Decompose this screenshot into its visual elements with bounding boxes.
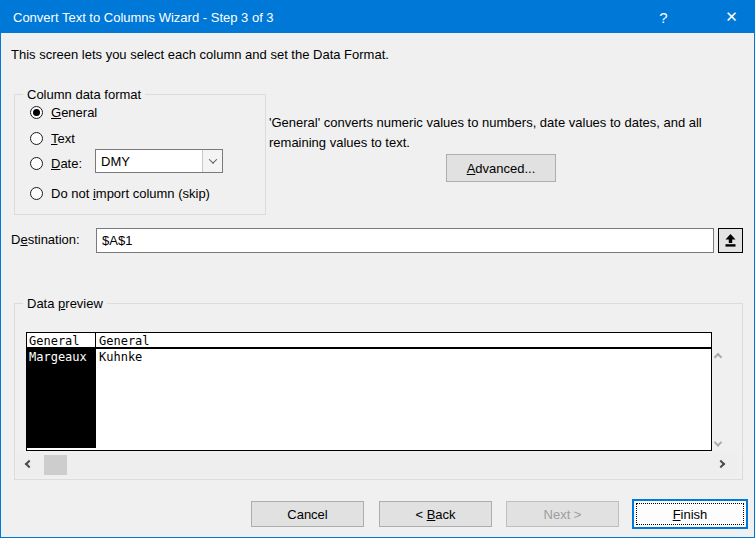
scroll-left-icon[interactable] — [25, 460, 33, 468]
column-data-format-group: Column data format General Text Date: DM… — [14, 94, 266, 215]
next-button: Next > — [506, 501, 619, 527]
date-format-dropdown[interactable]: DMY — [95, 149, 223, 173]
finish-button[interactable]: Finish — [632, 499, 748, 529]
radio-general[interactable]: General — [30, 105, 97, 120]
radio-button-icon[interactable] — [30, 132, 43, 145]
info-line-1: 'General' converts numeric values to num… — [269, 113, 747, 133]
scrollbar-thumb[interactable] — [44, 455, 67, 475]
radio-skip-label: Do not import column (skip) — [51, 186, 210, 201]
back-button-label: < Back — [415, 507, 455, 522]
range-selector-icon — [723, 233, 738, 248]
info-line-2: remaining values to text. — [269, 133, 747, 153]
scroll-right-icon[interactable] — [717, 460, 725, 468]
radio-date[interactable]: Date: — [30, 156, 82, 171]
close-button[interactable]: ✕ — [709, 1, 754, 33]
text-to-columns-wizard-dialog: Convert Text to Columns Wizard - Step 3 … — [0, 0, 755, 538]
dialog-title: Convert Text to Columns Wizard - Step 3 … — [13, 10, 274, 25]
dialog-description: This screen lets you select each column … — [11, 47, 389, 62]
help-icon: ? — [659, 9, 667, 26]
cancel-button[interactable]: Cancel — [251, 501, 364, 527]
help-button[interactable]: ? — [641, 1, 686, 33]
destination-input[interactable] — [96, 228, 714, 253]
destination-label: Destination: — [11, 232, 80, 247]
preview-header-row: General General — [27, 333, 711, 349]
range-selector-button[interactable] — [718, 228, 743, 253]
data-preview-table[interactable]: General General Margeaux Kuhnke — [26, 332, 712, 451]
advanced-button-label: Advanced... — [467, 161, 536, 176]
next-button-label: Next > — [544, 507, 582, 522]
dropdown-arrow-button[interactable] — [202, 150, 222, 172]
radio-text[interactable]: Text — [30, 131, 75, 146]
preview-column-1-header[interactable]: General — [27, 333, 96, 347]
radio-date-label: Date: — [51, 156, 82, 171]
advanced-button[interactable]: Advanced... — [446, 154, 556, 182]
radio-general-label: General — [51, 105, 97, 120]
column-data-format-group-label: Column data format — [23, 87, 145, 102]
preview-body-row: Margeaux Kuhnke — [27, 349, 711, 448]
general-info-text: 'General' converts numeric values to num… — [269, 113, 747, 153]
back-button[interactable]: < Back — [379, 501, 492, 527]
radio-button-icon[interactable] — [30, 187, 43, 200]
finish-button-label: Finish — [673, 507, 708, 522]
preview-vertical-scrollbar[interactable] — [712, 350, 729, 451]
radio-text-label: Text — [51, 131, 75, 146]
data-preview-group-label: Data preview — [23, 296, 107, 311]
preview-column-1-selected[interactable]: Margeaux — [27, 349, 96, 448]
preview-horizontal-scrollbar[interactable] — [16, 453, 738, 477]
cancel-button-label: Cancel — [287, 507, 327, 522]
scroll-down-icon[interactable] — [714, 438, 722, 446]
radio-button-icon[interactable] — [30, 106, 43, 119]
radio-button-icon[interactable] — [30, 157, 43, 170]
date-format-value: DMY — [96, 154, 202, 169]
chevron-down-icon — [208, 155, 216, 163]
preview-column-2-header[interactable]: General — [96, 333, 711, 347]
radio-skip[interactable]: Do not import column (skip) — [30, 186, 210, 201]
scroll-up-icon[interactable] — [714, 353, 722, 361]
finish-button-inner[interactable]: Finish — [636, 503, 744, 525]
preview-column-2[interactable]: Kuhnke — [96, 349, 711, 448]
close-icon: ✕ — [725, 8, 738, 26]
